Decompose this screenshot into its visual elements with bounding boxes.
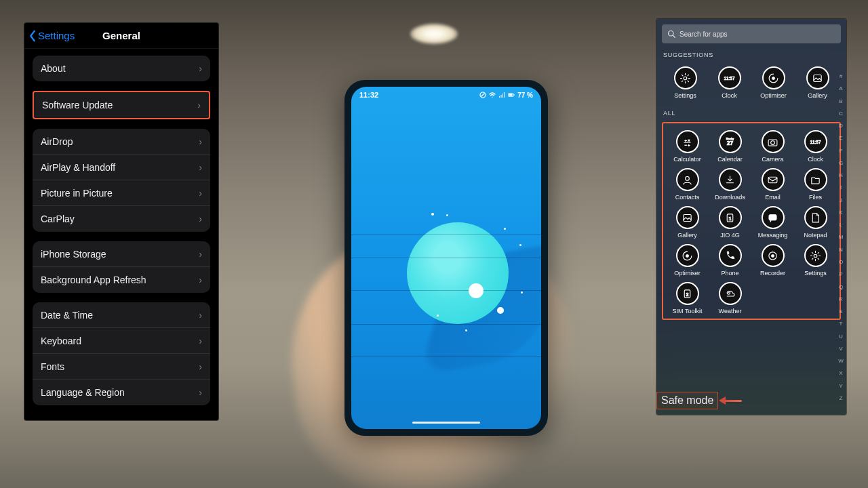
index-S[interactable]: S [837,308,845,314]
index-K[interactable]: K [837,209,845,216]
status-right: 77 % [479,92,533,99]
index-E[interactable]: E [837,135,845,141]
index-L[interactable]: L [837,222,845,228]
index-C[interactable]: C [837,110,845,117]
app-recorder[interactable]: Recorder [753,244,793,277]
status-time: 11:32 [359,91,378,99]
wifi-icon [489,92,496,98]
svg-point-25 [686,254,688,257]
settings-row-keyboard[interactable]: Keyboard› [33,328,210,354]
settings-row-carplay[interactable]: CarPlay› [33,206,210,232]
app-downloads[interactable]: Downloads [710,168,750,201]
settings-row-label: Fonts [41,361,64,372]
settings-row-picture-in-picture[interactable]: Picture in Picture› [33,180,210,206]
chevron-right-icon: › [199,310,202,321]
settings-row-about[interactable]: About› [33,56,210,81]
index-R[interactable]: R [837,296,845,302]
settings-row-fonts[interactable]: Fonts› [33,354,210,380]
index-F[interactable]: F [837,148,845,154]
app-clock[interactable]: 11:57Clock [795,130,835,163]
settings-row-software-update[interactable]: Software Update› [34,92,209,118]
chevron-right-icon: › [199,336,202,346]
app-messaging[interactable]: Messaging [753,206,793,239]
index-G[interactable]: G [837,160,845,166]
app-search-input[interactable]: Search for apps [662,24,841,43]
index-P[interactable]: P [837,271,845,277]
svg-line-6 [673,35,675,37]
index-O[interactable]: O [837,259,845,265]
index-J[interactable]: J [837,197,845,203]
index-Y[interactable]: Y [837,383,845,389]
index-N[interactable]: N [837,247,845,253]
svg-text:− ÷: − ÷ [685,142,690,146]
app-label: Recorder [760,270,785,277]
app-calculator[interactable]: + ×− ÷Calculator [667,130,707,163]
app-label: Gallery [677,232,697,239]
chevron-left-icon [28,30,37,42]
svg-point-7 [684,77,687,80]
back-to-settings-button[interactable]: Settings [28,30,75,42]
app-label: Calculator [673,156,701,163]
settings-row-airdrop[interactable]: AirDrop› [33,129,210,155]
app-contacts[interactable]: Contacts [667,168,707,201]
settings-row-label: AirPlay & Handoff [41,162,115,173]
index-M[interactable]: M [837,234,845,240]
index-B[interactable]: B [837,98,845,104]
app-notepad[interactable]: Notepad [795,206,835,239]
status-bar: 11:32 77 % [351,87,541,102]
app-label: SIM Toolkit [673,308,703,314]
index-I[interactable]: I [837,184,845,190]
wallpaper-dot [521,291,523,293]
svg-text:27: 27 [727,140,734,146]
index-Z[interactable]: Z [837,395,845,401]
chevron-right-icon: › [199,63,202,74]
index-D[interactable]: D [837,123,845,129]
app-optimiser[interactable]: Optimiser [667,244,707,277]
index-#[interactable]: # [837,73,845,79]
chevron-right-icon: › [199,188,202,199]
app-settings[interactable]: Settings [795,244,835,277]
app-email[interactable]: Email [753,168,793,201]
index-X[interactable]: X [837,370,845,376]
index-A[interactable]: A [837,85,845,92]
settings-row-language-region[interactable]: Language & Region› [33,380,210,405]
app-clock[interactable]: 11:57Clock [709,66,750,99]
app-optimiser[interactable]: Optimiser [753,66,794,99]
app-calendar[interactable]: Monday27Calendar [710,130,750,163]
app-weather[interactable]: Weather [710,282,750,314]
index-U[interactable]: U [837,333,845,340]
app-label: Camera [762,156,783,163]
svg-text:2: 2 [686,292,689,298]
index-T[interactable]: T [837,321,845,327]
app-label: Contacts [675,194,700,201]
calculator-icon: + ×− ÷ [676,130,699,153]
app-gallery[interactable]: Gallery [667,206,707,239]
ios-header: Settings General [24,23,218,49]
nav-pill[interactable] [412,422,480,424]
index-V[interactable]: V [837,346,845,352]
gear-icon [674,66,697,89]
grid-line [351,357,541,357]
wallpaper-dot [446,214,448,216]
app-files[interactable]: Files [795,168,835,201]
index-W[interactable]: W [837,358,845,364]
settings-row-date-time[interactable]: Date & Time› [33,302,210,328]
app-label: Settings [674,92,696,99]
app-sim-toolkit[interactable]: 2SIM Toolkit [667,282,707,314]
settings-row-airplay-handoff[interactable]: AirPlay & Handoff› [33,155,210,180]
app-label: JIO 4G [720,232,740,239]
app-camera[interactable]: Camera [753,130,793,163]
app-jio-4g[interactable]: 1JIO 4G [710,206,750,239]
svg-rect-21 [684,214,691,221]
app-settings[interactable]: Settings [665,66,706,99]
svg-text:+ ×: + × [684,138,690,142]
settings-row-background-app-refresh[interactable]: Background App Refresh› [33,267,210,293]
az-index[interactable]: #ABCDEFGHIJKLMNOPQRSTUVWXYZ [837,73,845,401]
settings-row-iphone-storage[interactable]: iPhone Storage› [33,241,210,267]
app-phone[interactable]: Phone [710,244,750,277]
app-label: Email [765,194,781,201]
index-H[interactable]: H [837,172,845,178]
app-gallery[interactable]: Gallery [797,66,838,99]
all-apps-grid: + ×− ÷CalculatorMonday27CalendarCamera11… [665,127,838,317]
index-Q[interactable]: Q [837,284,845,290]
